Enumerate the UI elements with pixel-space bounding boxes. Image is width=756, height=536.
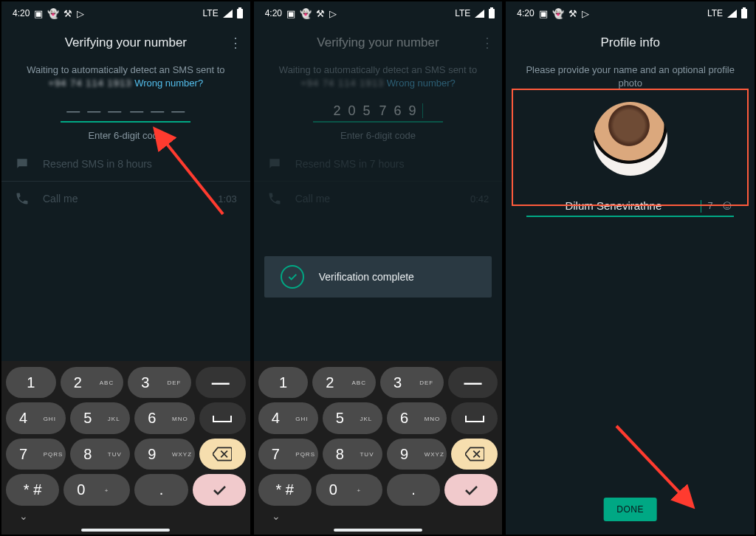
signal-icon bbox=[727, 10, 737, 18]
nav-pill[interactable] bbox=[334, 529, 422, 532]
keypad-key-* #[interactable]: * # bbox=[6, 474, 59, 505]
keypad-key-0[interactable]: 0+ bbox=[63, 474, 130, 505]
keypad-key-1[interactable]: 1 bbox=[6, 367, 56, 398]
network-label: LTE bbox=[707, 8, 723, 18]
keypad-key-7[interactable]: 7PQRS bbox=[6, 439, 66, 470]
keypad-key-3[interactable]: 3DEF bbox=[128, 367, 191, 398]
keypad-key-5[interactable]: 5JKL bbox=[323, 402, 382, 433]
profile-photo[interactable] bbox=[594, 102, 667, 176]
keypad-key-8[interactable]: 8TUV bbox=[323, 439, 382, 470]
text-cursor bbox=[422, 103, 423, 118]
keypad-key-back[interactable] bbox=[199, 439, 246, 470]
wrong-number-link[interactable]: Wrong number? bbox=[134, 78, 203, 89]
keypad-key-3[interactable]: 3DEF bbox=[380, 367, 444, 398]
status-app-icons: ▣ 👻 ⚒ ▷ bbox=[539, 8, 589, 19]
keypad-key-2[interactable]: 2ABC bbox=[61, 367, 124, 398]
emoji-picker-icon[interactable]: ☺ bbox=[721, 198, 734, 213]
numeric-keypad: 12ABC3DEF—4GHI5JKL6MNO7PQRS8TUV9WXYZ* #0… bbox=[1, 361, 250, 535]
keypad-key-8[interactable]: 8TUV bbox=[70, 439, 130, 470]
keypad-key-.[interactable]: . bbox=[387, 474, 440, 505]
network-label: LTE bbox=[455, 8, 470, 18]
call-timer: 1:03 bbox=[218, 193, 236, 205]
name-input[interactable]: Dilum Senevirathne bbox=[526, 199, 700, 212]
message-icon: ▣ bbox=[539, 8, 548, 19]
keypad-key-␣[interactable] bbox=[199, 402, 246, 433]
keypad-key-0[interactable]: 0+ bbox=[316, 474, 382, 505]
sms-icon bbox=[267, 157, 282, 171]
wait-text: Waiting to automatically detect an SMS s… bbox=[267, 63, 489, 90]
numeric-keypad: 12ABC3DEF—4GHI5JKL6MNO7PQRS8TUV9WXYZ* #0… bbox=[254, 361, 503, 535]
keypad-key-␣[interactable] bbox=[451, 402, 498, 433]
enter-code-hint: Enter 6-digit code bbox=[267, 130, 489, 141]
screen-verify-complete: 4:20 ▣ 👻 ⚒ ▷ LTE ⋮ Verifying your number… bbox=[254, 1, 503, 535]
battery-icon bbox=[237, 9, 243, 18]
snapchat-icon: 👻 bbox=[552, 8, 564, 19]
name-input-row: Dilum Senevirathne 7 ☺ bbox=[526, 198, 734, 217]
phone-icon bbox=[15, 191, 30, 206]
code-input[interactable]: — — — — — — bbox=[61, 103, 190, 123]
call-me-row: Call me 1:03 bbox=[1, 182, 250, 216]
collapse-keyboard-icon[interactable]: ⌄ bbox=[6, 510, 246, 523]
keypad-key-9[interactable]: 9WXYZ bbox=[387, 439, 447, 470]
resend-sms-row: Resend SMS in 8 hours bbox=[1, 147, 250, 181]
done-button[interactable]: DONE bbox=[603, 498, 657, 521]
keypad-key-2[interactable]: 2ABC bbox=[312, 367, 376, 398]
keypad-key-1[interactable]: 1 bbox=[258, 367, 309, 398]
keypad-key-.[interactable]: . bbox=[134, 474, 188, 505]
keypad-key-back[interactable] bbox=[451, 439, 498, 470]
play-store-icon: ▷ bbox=[582, 8, 589, 19]
phone-icon bbox=[267, 191, 282, 206]
call-me-row: Call me 0:42 bbox=[254, 182, 503, 216]
page-title: Profile info bbox=[529, 35, 731, 50]
verification-complete-banner: Verification complete bbox=[264, 256, 492, 298]
play-store-icon: ▷ bbox=[77, 8, 84, 19]
collapse-keyboard-icon[interactable]: ⌄ bbox=[258, 510, 498, 523]
nav-pill[interactable] bbox=[81, 529, 170, 532]
network-label: LTE bbox=[203, 8, 219, 18]
clock: 4:20 bbox=[517, 8, 534, 18]
wrong-number-link[interactable]: Wrong number? bbox=[387, 78, 456, 89]
status-bar: 4:20 ▣ 👻 ⚒ ▷ LTE bbox=[254, 1, 503, 22]
resend-sms-row: Resend SMS in 7 hours bbox=[254, 147, 503, 181]
keypad-key-9[interactable]: 9WXYZ bbox=[134, 439, 194, 470]
call-timer: 0:42 bbox=[470, 193, 489, 205]
keypad-key-4[interactable]: 4GHI bbox=[258, 402, 318, 433]
keypad-key-* #[interactable]: * # bbox=[258, 474, 312, 505]
wait-text: Waiting to automatically detect an SMS s… bbox=[15, 63, 237, 90]
battery-icon bbox=[489, 9, 495, 18]
more-menu-icon[interactable]: ⋮ bbox=[478, 35, 496, 51]
signal-icon bbox=[475, 10, 484, 18]
playstation-icon: ⚒ bbox=[568, 8, 577, 19]
message-icon: ▣ bbox=[34, 8, 43, 19]
keypad-key-6[interactable]: 6MNO bbox=[387, 402, 447, 433]
check-circle-icon bbox=[281, 265, 304, 289]
playstation-icon: ⚒ bbox=[63, 8, 72, 19]
svg-line-1 bbox=[616, 426, 683, 496]
signal-icon bbox=[223, 10, 233, 18]
keypad-key-7[interactable]: 7PQRS bbox=[258, 439, 318, 470]
title-row: ⋮ Verifying your number ⋮ bbox=[1, 22, 250, 63]
keypad-key-check[interactable] bbox=[444, 474, 498, 505]
page-title: Verifying your number bbox=[278, 35, 479, 50]
keypad-key-—[interactable]: — bbox=[448, 367, 498, 398]
play-store-icon: ▷ bbox=[329, 8, 337, 19]
title-row: ⋮ Verifying your number ⋮ bbox=[254, 22, 503, 63]
name-char-remaining: 7 bbox=[707, 200, 712, 211]
code-input[interactable]: 2 0 5 7 6 9 bbox=[313, 103, 443, 123]
status-bar: 4:20 ▣ 👻 ⚒ ▷ LTE bbox=[506, 1, 755, 22]
screen-profile-info: 4:20 ▣ 👻 ⚒ ▷ LTE ⋮ Profile info ⋮ Please… bbox=[506, 1, 755, 535]
enter-code-hint: Enter 6-digit code bbox=[15, 130, 237, 141]
keypad-key-—[interactable]: — bbox=[196, 367, 246, 398]
more-menu-icon[interactable]: ⋮ bbox=[227, 35, 244, 51]
screen-verify-empty: 4:20 ▣ 👻 ⚒ ▷ LTE ⋮ Verifying your number… bbox=[1, 1, 250, 535]
status-app-icons: ▣ 👻 ⚒ ▷ bbox=[34, 8, 84, 19]
page-title: Verifying your number bbox=[25, 35, 227, 50]
keypad-key-4[interactable]: 4GHI bbox=[6, 402, 66, 433]
keypad-key-6[interactable]: 6MNO bbox=[134, 402, 194, 433]
status-bar: 4:20 ▣ 👻 ⚒ ▷ LTE bbox=[1, 1, 250, 22]
masked-phone: +94 74 114 1913 bbox=[300, 78, 384, 89]
keypad-key-check[interactable] bbox=[193, 474, 246, 505]
keypad-key-5[interactable]: 5JKL bbox=[70, 402, 130, 433]
message-icon: ▣ bbox=[286, 8, 295, 19]
masked-phone: +94 74 114 1913 bbox=[49, 78, 132, 89]
